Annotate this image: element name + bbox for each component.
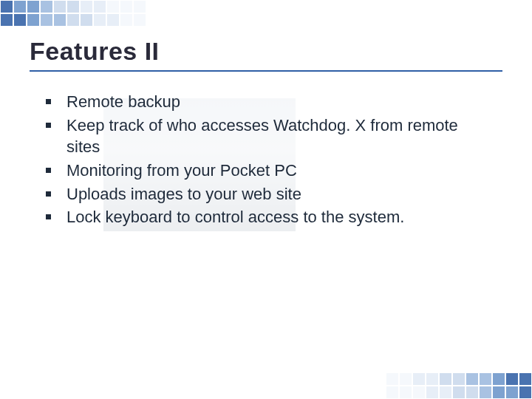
feature-item: Remote backup [46,91,460,113]
feature-item: Lock keyboard to control access to the s… [46,206,460,228]
feature-item: Uploads images to your web site [46,183,460,205]
feature-list: Remote backup Keep track of who accesses… [30,91,502,228]
slide-title: Features II [30,37,502,72]
feature-item: Keep track of who accesses Watchdog. X f… [46,115,460,158]
feature-item: Monitoring from your Pocket PC [46,160,460,182]
corner-decoration-bottom-right [355,366,532,399]
slide: Features II Remote backup Keep track of … [30,37,502,369]
slide-content: Remote backup Keep track of who accesses… [30,91,502,228]
corner-decoration-top-left [0,0,177,33]
